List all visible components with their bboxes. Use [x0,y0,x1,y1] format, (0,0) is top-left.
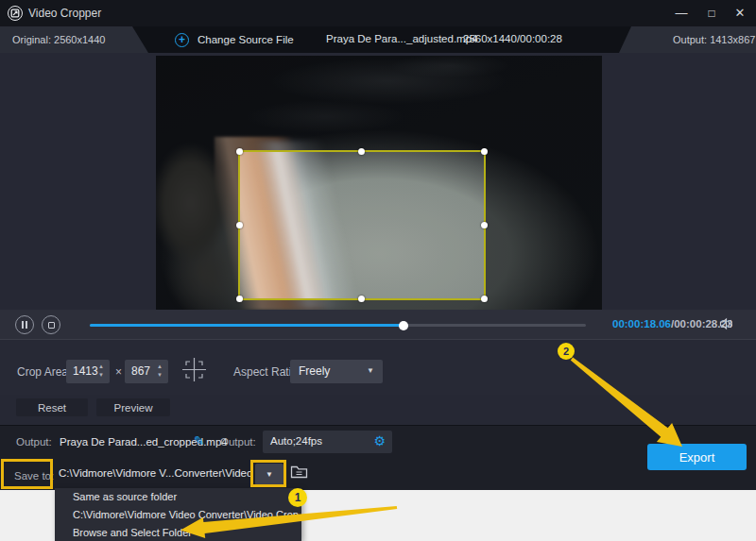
crop-height-value: 867 [131,364,150,378]
menu-item-same-as-source[interactable]: Same as source folder [55,488,301,506]
output-format-field[interactable]: Auto;24fps ⚙ [263,431,392,453]
video-cropper-window: Video Cropper — □ ✕ Original: 2560x1440 … [0,0,756,541]
seek-progress [90,324,403,327]
time-display: 00:00:18.06/00:00:28.23 [612,318,732,330]
preview-button[interactable]: Preview [96,398,170,416]
seek-handle[interactable] [399,321,408,330]
output-format-value: Auto;24fps [270,435,322,447]
stop-button[interactable] [42,315,60,334]
save-location-menu: Same as source folder C:\Vidmore\Vidmore… [55,488,301,541]
crop-view [240,152,484,298]
menu-item-browse[interactable]: Browse and Select Folder [55,524,301,541]
crop-handle[interactable] [481,148,488,155]
stepper-up-icon[interactable]: ▲ [157,363,163,371]
multiply-sign: × [115,365,122,379]
output-name-label: Output: [16,436,52,448]
reset-button[interactable]: Reset [16,398,88,416]
height-stepper[interactable]: ▲ ▼ [155,363,164,380]
preview-area [0,53,756,310]
infobar: Original: 2560x1440 + Change Source File… [0,26,756,53]
seek-slider[interactable] [90,324,586,327]
aspect-ratio-dropdown[interactable]: Freely ▼ [290,360,383,383]
output-format-label: Output: [220,436,256,448]
minimize-button[interactable]: — [665,0,697,26]
current-time: 00:00:18.06 [612,318,671,330]
stepper-down-icon[interactable]: ▼ [98,371,104,380]
save-to-label: Save to: [14,470,54,482]
width-stepper[interactable]: ▲ ▼ [96,363,106,380]
dropdown-arrow-icon: ▼ [266,470,273,479]
plus-icon: + [175,33,189,47]
output-size-tab: Output: 1413x867 [619,26,756,53]
output-panel: Output: Praya De Parad...ed_cropped.mp4 … [0,425,756,490]
save-path-dropdown-button[interactable]: ▼ [255,464,284,485]
crop-box[interactable] [238,150,486,300]
crop-controls-row: Crop Area: 1413 ▲ ▼ × 867 ▲ ▼ Aspect Rat… [0,340,756,395]
video-filename: Praya De Para..._adjusted.mp4 [326,33,477,44]
crop-width-value: 1413 [73,364,98,378]
stepper-down-icon[interactable]: ▼ [157,371,163,380]
pause-icon [22,321,27,329]
browse-folder-button[interactable] [290,465,308,482]
crop-handle[interactable] [358,148,365,155]
crop-handle[interactable] [481,222,488,228]
crop-handle[interactable] [236,296,243,302]
crop-handle[interactable] [236,148,243,155]
stepper-up-icon[interactable]: ▲ [98,363,104,371]
crop-height-input[interactable]: 867 ▲ ▼ [125,360,168,383]
change-source-button[interactable]: + Change Source File [175,26,294,53]
format-settings-gear-icon[interactable]: ⚙ [373,433,386,448]
crop-position-icon[interactable] [181,357,207,385]
maximize-button[interactable]: □ [696,0,728,26]
video-preview [156,56,602,310]
crop-handle[interactable] [481,296,488,302]
stop-icon [48,322,55,329]
titlebar: Video Cropper — □ ✕ [0,0,756,26]
menu-item-default-path[interactable]: C:\Vidmore\Vidmore Video Converter\Video… [55,506,301,524]
crop-width-input[interactable]: 1413 ▲ ▼ [66,360,110,383]
crop-handle[interactable] [358,296,365,302]
volume-icon[interactable] [719,317,734,333]
crop-handle[interactable] [236,222,243,228]
pause-button[interactable] [15,315,34,334]
close-button[interactable]: ✕ [724,0,756,26]
window-title: Video Cropper [28,7,101,20]
original-size-tab: Original: 2560x1440 [0,26,148,53]
playback-bar: 00:00:18.06/00:00:28.23 [0,310,756,340]
app-logo-icon [8,6,23,21]
edit-filename-icon[interactable]: ✎ [194,433,205,448]
chevron-down-icon: ▼ [367,366,374,375]
change-source-label: Change Source File [198,34,294,45]
save-path: C:\Vidmore\Vidmore V...Converter\Video C… [59,467,280,479]
aspect-ratio-value: Freely [299,364,330,378]
export-button[interactable]: Export [647,444,747,470]
video-dimensions-duration: 2560x1440/00:00:28 [463,33,562,44]
crop-area-label: Crop Area: [17,365,71,379]
